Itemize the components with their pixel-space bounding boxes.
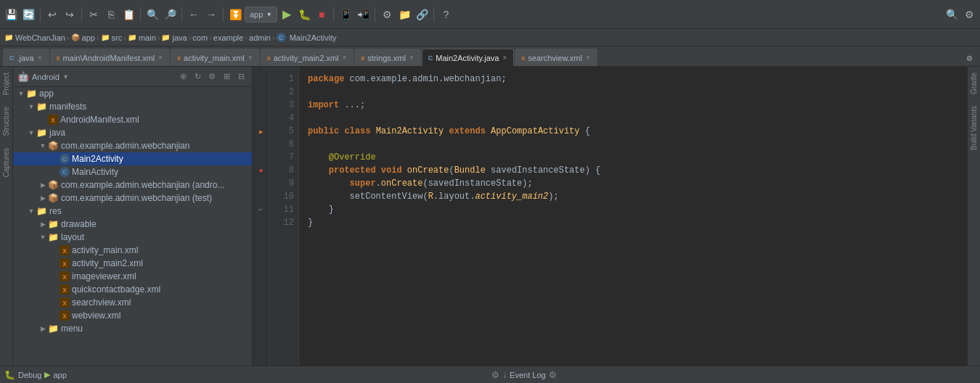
captures-tab[interactable]: Captures [1,142,12,184]
sidebar-sync-icon[interactable]: ↻ [191,70,204,83]
breadcrumb-webchanjian[interactable]: C Main2Activity [277,33,337,42]
tab-close-icon[interactable]: × [585,54,591,62]
tree-quickcontactbadge[interactable]: x quickcontactbadge.xml [13,283,252,296]
help-icon[interactable]: ? [438,7,454,22]
project-tab[interactable]: Project [1,67,12,101]
fold-icon[interactable]: ⌐ [259,203,264,216]
tab-close-icon[interactable]: × [158,54,163,62]
sidebar-collapse-icon[interactable]: ⊟ [234,70,248,83]
tree-label: java [49,128,65,138]
breadcrumb-app[interactable]: 📦 app [71,33,95,42]
tree-androidmanifest[interactable]: x AndroidManifest.xml [13,113,252,126]
tab-dropdown-icon[interactable]: ⚙ [961,50,977,66]
sdk-icon[interactable]: ⚙ [379,7,395,22]
tree-drawable[interactable]: ▶ 📁 drawable [13,218,252,231]
app-dropdown[interactable]: app ▼ [245,7,277,22]
save-icon[interactable]: 💾 [3,7,19,22]
undo-icon[interactable]: ↩ [44,7,60,22]
nav-back-icon[interactable]: ← [186,7,202,22]
debug-run-icon[interactable]: 🐛 [296,7,312,22]
tree-res[interactable]: ▼ 📁 res [13,205,252,218]
gutter-fold2[interactable]: ⌐ [253,203,269,216]
tree-main2activity[interactable]: C Main2Activity [13,152,252,165]
left-side-tabs: Project Structure Captures [0,67,13,366]
sidebar-add-icon[interactable]: ⊕ [176,70,189,83]
tab-activity-main[interactable]: x activity_main.xml × [171,49,260,66]
tree-label: AndroidManifest.xml [60,115,139,125]
fold-icon[interactable]: ▸ [259,125,264,138]
gradle-tab[interactable]: Gradle [968,67,979,100]
tab-activity-main2[interactable]: x activity_main2.xml × [261,49,354,66]
tree-menu[interactable]: ▶ 📁 menu [13,322,252,335]
tree-java[interactable]: ▼ 📁 java [13,126,252,139]
run-icon[interactable]: ▶ [279,7,295,22]
build-icon[interactable]: ⏬ [227,7,243,22]
tree-searchview[interactable]: x searchview.xml [13,296,252,309]
search-everywhere-icon[interactable]: 🔍 [944,7,960,22]
status-down-icon[interactable]: ↓ [502,370,507,380]
tree-mainactivity[interactable]: C MainActivity [13,165,252,178]
tree-activity-main[interactable]: x activity_main.xml [13,244,252,257]
tree-layout[interactable]: ▼ 📁 layout [13,231,252,244]
tab-strings[interactable]: x strings.xml × [354,49,420,66]
tab-main2activity[interactable]: C Main2Activity.java × [422,49,515,66]
tab-close-icon[interactable]: × [342,54,348,62]
event-log-label[interactable]: Event Log [510,371,546,379]
breadcrumb-com[interactable]: com [192,33,208,42]
gutter-line [253,138,269,151]
breadcrumb-webchan[interactable]: 📁 WebChanJian [4,33,65,42]
tree-manifests[interactable]: ▼ 📁 manifests [13,100,252,113]
sidebar-dropdown-icon[interactable]: ▼ [62,73,69,81]
tab-close-icon[interactable]: × [409,54,415,62]
xml-icon: x [60,310,70,321]
tree-activity-main2[interactable]: x activity_main2.xml [13,257,252,270]
statusbar: 🐛 Debug ▶ app ⚙ ↓ Event Log ⚙ [0,366,980,383]
tree-imageviewer[interactable]: x imageviewer.xml [13,270,252,283]
breakpoint-icon[interactable]: ● [258,164,263,177]
sidebar-expand-icon[interactable]: ⊞ [220,70,233,83]
breadcrumb-main[interactable]: 📁 main [128,33,156,42]
sync-icon[interactable]: 🔄 [20,7,36,22]
status-gear-icon[interactable]: ⚙ [491,370,499,380]
java-class-icon: C [60,154,70,164]
project-icon[interactable]: 📁 [396,7,412,22]
line-num: 11 [270,203,294,216]
sync-project-icon[interactable]: 🔗 [414,7,430,22]
code-content[interactable]: package com.example.admin.webchanjian; i… [299,67,967,366]
status-right-gear-icon[interactable]: ⚙ [549,370,557,380]
copy-icon[interactable]: ⎘ [103,7,119,22]
settings-icon[interactable]: ⚙ [961,7,977,22]
tree-webview[interactable]: x webview.xml [13,309,252,322]
replace-icon[interactable]: 🔎 [162,7,178,22]
tree-package-main[interactable]: ▼ 📦 com.example.admin.webchanjian [13,139,252,152]
redo-icon[interactable]: ↪ [62,7,78,22]
tab-close-icon[interactable]: × [502,54,507,62]
sidebar-settings-icon[interactable]: ⚙ [205,70,219,83]
tree-package-test[interactable]: ▶ 📦 com.example.admin.webchanjian (test) [13,192,252,205]
tab-close-icon[interactable]: × [37,54,43,62]
build-variants-tab[interactable]: Build Variants [968,100,979,156]
structure-tab[interactable]: Structure [1,101,12,142]
gutter-line-fold[interactable]: ▸ [253,125,269,138]
cut-icon[interactable]: ✂ [86,7,102,22]
tab-java-prev[interactable]: C .java × [3,49,49,66]
tree-app[interactable]: ▼ 📁 app [13,87,252,100]
tree-label: com.example.admin.webchanjian (andro... [61,180,224,190]
breadcrumb-example[interactable]: example [213,33,244,42]
avd-icon[interactable]: 📲 [355,7,371,22]
breadcrumb-admin[interactable]: admin [249,33,271,42]
line-num: 1 [270,73,294,86]
stop-icon[interactable]: ■ [314,7,330,22]
breadcrumb-src[interactable]: 📁 src [101,33,123,42]
gutter-breakpoint[interactable]: ● [253,164,269,177]
tree-package-android[interactable]: ▶ 📦 com.example.admin.webchanjian (andro… [13,178,252,192]
tab-androidmanifest[interactable]: x main\AndroidManifest.xml × [50,49,170,66]
nav-forward-icon[interactable]: → [203,7,219,22]
paste-icon[interactable]: 📋 [121,7,136,22]
search-icon[interactable]: 🔍 [144,7,160,22]
tab-searchview[interactable]: x searchview.xml × [515,49,597,66]
devices-icon[interactable]: 📱 [338,7,354,22]
breadcrumb-java[interactable]: 📁 java [161,33,187,42]
code-editor[interactable]: ▸ ● ⌐ 1 2 3 4 5 6 [253,67,967,366]
tab-close-icon[interactable]: × [248,54,253,62]
